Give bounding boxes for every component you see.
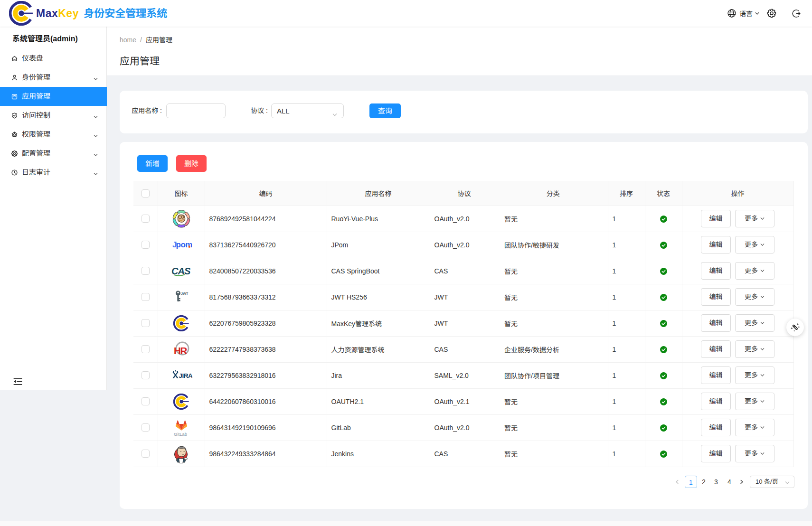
svg-text:JIRA: JIRA xyxy=(179,372,192,379)
svg-text:pom: pom xyxy=(176,240,192,249)
svg-text:JWT: JWT xyxy=(181,291,189,296)
svg-text:HR: HR xyxy=(174,345,188,356)
svg-text:CAS: CAS xyxy=(171,265,191,276)
svg-text:GitLab: GitLab xyxy=(174,431,187,436)
